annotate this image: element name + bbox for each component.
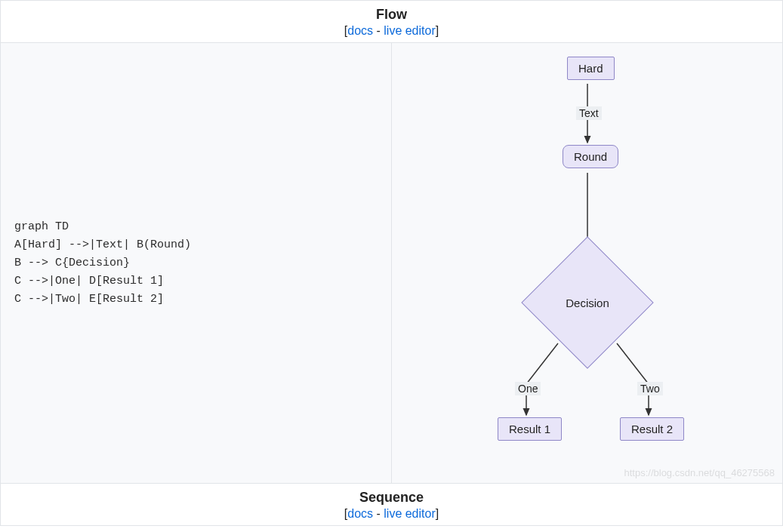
edge-c-d-seg1 — [526, 343, 558, 384]
flow-body: graph TD A[Hard] -->|Text| B(Round) B --… — [0, 43, 783, 483]
section-header-flow: Flow [docs - live editor] — [0, 0, 783, 43]
live-editor-link[interactable]: live editor — [384, 507, 435, 520]
code-panel: graph TD A[Hard] -->|Text| B(Round) B --… — [1, 43, 392, 483]
link-sep: - — [373, 507, 384, 520]
live-editor-link[interactable]: live editor — [384, 24, 435, 37]
section-header-sequence: Sequence [docs - live editor] — [0, 483, 783, 526]
section-links: [docs - live editor] — [1, 24, 782, 38]
flow-diagram: Hard Text Round Decision One Two Result … — [392, 43, 782, 483]
node-decision-label: Decision — [564, 297, 611, 309]
node-label: Hard — [578, 62, 603, 75]
node-result-1: Result 1 — [498, 417, 562, 441]
edge-label-text: Text — [576, 106, 602, 120]
section-title: Sequence — [1, 490, 782, 506]
section-links: [docs - live editor] — [1, 507, 782, 521]
link-sep: - — [373, 24, 384, 37]
edge-label-one: One — [515, 382, 541, 395]
flow-source-code: graph TD A[Hard] -->|Text| B(Round) B --… — [1, 218, 205, 309]
bracket-close: ] — [436, 507, 439, 520]
node-label: Result 2 — [631, 423, 673, 435]
docs-link[interactable]: docs — [347, 507, 373, 520]
docs-link[interactable]: docs — [347, 24, 373, 37]
node-hard: Hard — [567, 57, 615, 80]
section-title: Flow — [1, 7, 782, 23]
diagram-panel: Hard Text Round Decision One Two Result … — [392, 43, 782, 483]
node-round: Round — [563, 145, 618, 168]
node-result-2: Result 2 — [620, 417, 684, 441]
bracket-close: ] — [436, 24, 439, 37]
node-label: Round — [574, 150, 607, 163]
node-label: Result 1 — [509, 423, 550, 435]
edge-c-e-seg1 — [617, 343, 649, 384]
edge-label-two: Two — [637, 382, 663, 395]
